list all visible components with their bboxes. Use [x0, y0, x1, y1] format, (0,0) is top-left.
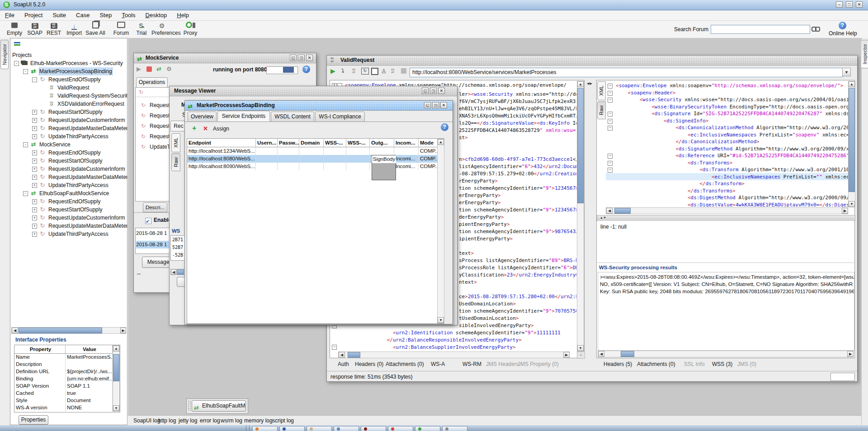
scroll-thumb[interactable]	[348, 352, 360, 358]
toolbar-rest-button[interactable]: RESTREST	[43, 21, 64, 37]
viewer-raw-tab[interactable]: Raw	[171, 153, 180, 171]
create-empty-icon[interactable]	[371, 68, 378, 75]
response-inspector-tab-headers-5-[interactable]: Headers (5)	[604, 361, 632, 367]
properties-button[interactable]: Properties	[19, 415, 48, 425]
taskbar-button[interactable]	[334, 426, 359, 431]
close-window-button[interactable]: ✕	[306, 55, 313, 61]
scroll-thumb[interactable]	[614, 208, 631, 214]
scroll-thumb[interactable]	[113, 354, 119, 381]
expand-icon[interactable]: +	[32, 126, 37, 131]
endpoint-cell[interactable]	[256, 155, 278, 163]
response-xml-hscrollbar[interactable]: ◀▶	[606, 207, 848, 214]
expand-icon[interactable]: +	[32, 159, 37, 164]
tree-row[interactable]: +↻RequestUpdateMasterDataMeter	[10, 124, 127, 132]
assign-button[interactable]: Assign	[213, 126, 229, 132]
tree-options-icon[interactable]	[14, 42, 21, 47]
request-inspector-tab-headers-0-[interactable]: Headers (0)	[355, 361, 383, 367]
submit-to-icon[interactable]: ⤵	[341, 68, 349, 74]
wss-horizontal-scrollbar[interactable]: ◀▶	[598, 351, 854, 357]
close-window-button[interactable]: ✕	[440, 102, 447, 108]
viewer-xml-tab[interactable]: XML	[171, 133, 180, 152]
tree-row[interactable]: +↻RequestEndOfSupply	[10, 197, 127, 206]
log-tab-script-log[interactable]: script log	[272, 417, 294, 424]
tree-row[interactable]: -⇄MarketProcessesSoapBinding	[10, 67, 127, 75]
scroll-left-arrow[interactable]: ◀	[339, 352, 345, 358]
response-vertical-scrollbar[interactable]: ▲▼	[848, 81, 855, 207]
collapse-icon[interactable]: -	[14, 61, 19, 66]
validrequest-titlebar[interactable]: SOAPValidRequest	[327, 56, 857, 66]
recreate-request-icon[interactable]: ↻	[361, 68, 369, 75]
log-tab-error-log[interactable]: error log	[200, 417, 220, 424]
collapse-icon[interactable]: -	[23, 191, 28, 196]
endpoint-dropdown-button[interactable]: ▼	[842, 68, 851, 76]
fold-minus-icon[interactable]: −	[608, 161, 613, 166]
navigator-rail-tab[interactable]: Navigator	[0, 40, 9, 69]
binding-tab-wsdl-content[interactable]: WSDL Content	[271, 112, 314, 122]
menu-case[interactable]: Case	[71, 10, 94, 20]
toolbar-import-button[interactable]: ↓Import	[64, 21, 85, 37]
log-tab-SoapUI-log[interactable]: SoapUI log	[133, 417, 160, 424]
endpoint-cell[interactable]	[324, 155, 346, 163]
toolbar-save-all-button[interactable]: Save All	[85, 21, 106, 37]
expand-icon[interactable]: +	[32, 150, 37, 155]
log-tab-memory-log[interactable]: memory log	[244, 417, 273, 424]
close-window-button[interactable]: ✕	[438, 88, 445, 94]
stop-mockservice-icon[interactable]	[146, 66, 152, 72]
collapse-icon[interactable]: -	[23, 69, 28, 74]
help-icon[interactable]: ?	[441, 123, 448, 131]
mockservice-titlebar[interactable]: ⇄MockService◱◳✕	[134, 53, 316, 63]
binding-tab-overview[interactable]: Overview	[188, 112, 217, 122]
taskbar-button[interactable]	[252, 426, 278, 431]
endpoint-cell[interactable]: Incomi...	[394, 163, 419, 170]
fold-minus-icon[interactable]: −	[608, 119, 613, 124]
dropdown-item[interactable]: SignBody	[372, 155, 396, 163]
tree-row[interactable]: +↻UpdateThirdPartyAccess	[10, 132, 127, 141]
help-icon[interactable]: ?	[302, 66, 310, 73]
add-endpoint-icon[interactable]: +	[192, 124, 199, 132]
expand-icon[interactable]: +	[32, 118, 37, 123]
endpoint-cell[interactable]	[256, 147, 278, 155]
run-mockservice-icon[interactable]: ▶	[137, 66, 143, 72]
scroll-up-arrow[interactable]: ▲	[849, 81, 855, 87]
expand-icon[interactable]: +	[32, 183, 37, 188]
log-tab-jetty-log[interactable]: jetty log	[179, 417, 197, 424]
tree-row[interactable]: -↻RequestEndOfSupply	[10, 75, 127, 84]
fold-minus-icon[interactable]: −	[332, 345, 337, 350]
properties-scrollbar[interactable]: ▲▼	[113, 345, 120, 412]
tree-row[interactable]: +↻RequestUpdateCustomerInform	[10, 165, 127, 173]
fold-minus-icon[interactable]: −	[608, 126, 613, 131]
maximize-window-button[interactable]: ◳	[432, 102, 439, 108]
endpoint-cell[interactable]	[324, 163, 346, 170]
scroll-right-arrow[interactable]: ▶	[847, 351, 854, 357]
endpoint-cell[interactable]	[299, 147, 324, 155]
scroll-down-arrow[interactable]: ▼	[438, 317, 444, 323]
scroll-thumb[interactable]	[177, 269, 184, 275]
endpoints-scrollbar[interactable]: ▲▼	[437, 139, 444, 323]
search-forum-input[interactable]	[711, 25, 810, 34]
request-inspector-tab-ws-rm[interactable]: WS-RM	[462, 361, 481, 367]
float-window-button[interactable]: ◱	[290, 55, 297, 61]
binding-titlebar[interactable]: ⇄MarketProcessesSoapBinding◱◳✕	[185, 101, 453, 111]
fold-minus-icon[interactable]: −	[608, 91, 613, 96]
scroll-thumb[interactable]	[621, 351, 634, 357]
tree-row[interactable]: +↻UpdateThirdPartyAccess	[10, 181, 127, 189]
inspector-rail-tab[interactable]: Inspector	[861, 40, 868, 68]
taskbar-button[interactable]	[415, 426, 440, 431]
description-tab[interactable]: Descri...	[143, 202, 167, 212]
endpoint-cell[interactable]	[278, 163, 299, 170]
endpoint-cell[interactable]	[346, 147, 370, 155]
tree-row[interactable]: SOAPValidRequest-System/Securit	[10, 92, 127, 100]
scroll-down-arrow[interactable]: ▼	[113, 405, 119, 411]
fold-minus-icon[interactable]: −	[608, 84, 613, 89]
expand-icon[interactable]: +	[32, 199, 37, 204]
scroll-thumb[interactable]	[19, 328, 102, 333]
submit-request-icon[interactable]: ▶	[330, 67, 337, 75]
endpoint-cell[interactable]: Incomi...	[394, 155, 419, 163]
tree-horizontal-scrollbar[interactable]: ◀▶	[11, 327, 126, 334]
response-inspector-tab-attachments-0-[interactable]: Attachments (0)	[637, 361, 675, 367]
endpoint-url-combobox[interactable]: http://localhost:8080/WebService/service…	[410, 68, 843, 77]
menu-suite[interactable]: Suite	[47, 10, 71, 20]
maximize-window-button[interactable]: ◳	[430, 88, 437, 94]
toolbar-trial-button[interactable]: STrial	[131, 21, 152, 37]
menu-step[interactable]: Step	[94, 10, 117, 20]
